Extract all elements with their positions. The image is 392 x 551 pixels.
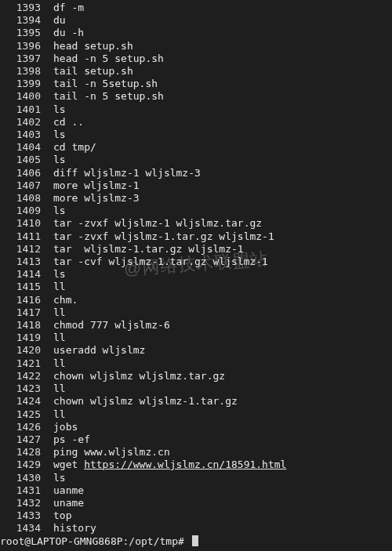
command-text: uanme: [42, 484, 84, 497]
history-line: 1432uname: [0, 497, 392, 509]
history-line: 1413tar -cvf wljslmz-1.tar.gz wljslmz-1: [0, 256, 392, 268]
command-text: tar -zvxf wljslmz-1.tar.gz wljslmz-1: [42, 230, 274, 243]
line-number: 1432: [0, 497, 42, 509]
line-number: 1418: [0, 319, 42, 332]
command-text: ls: [42, 129, 66, 141]
history-line: 1403ls: [0, 129, 392, 141]
history-line: 1407more wljslmz-1: [0, 179, 392, 192]
line-number: 1398: [0, 65, 42, 78]
history-line: 1410tar -zvxf wljslmz-1 wljslmz.tar.gz: [0, 217, 392, 230]
history-line: 1427ps -ef: [0, 433, 392, 446]
line-number: 1403: [0, 129, 42, 141]
prompt-line[interactable]: root@LAPTOP-GMNG868P:/opt/tmp#: [0, 535, 392, 548]
history-line: 1414ls: [0, 268, 392, 281]
line-number: 1416: [0, 294, 42, 306]
history-line: 1420useradd wljslmz: [0, 344, 392, 357]
command-text: ll: [42, 382, 66, 395]
prompt-text: root@LAPTOP-GMNG868P:/opt/tmp#: [0, 535, 191, 548]
history-line: 1393df -m: [0, 2, 392, 14]
history-line: 1431uanme: [0, 484, 392, 497]
history-line: 1404cd tmp/: [0, 141, 392, 154]
command-text: chown wljslmz wljslmz-1.tar.gz: [42, 395, 238, 408]
command-text: ll: [42, 306, 66, 319]
history-line: 1425ll: [0, 408, 392, 421]
line-number: 1420: [0, 344, 42, 357]
command-text: tar -zvxf wljslmz-1 wljslmz.tar.gz: [42, 217, 262, 230]
command-text: head -n 5 setup.sh: [42, 53, 164, 65]
line-number: 1399: [0, 78, 42, 90]
history-line: 1419ll: [0, 332, 392, 344]
history-line: 1433top: [0, 509, 392, 522]
command-text: more wljslmz-1: [42, 179, 140, 192]
history-line: 1428ping www.wljslmz.cn: [0, 446, 392, 459]
line-number: 1428: [0, 446, 42, 459]
history-line: 1418chmod 777 wljslmz-6: [0, 319, 392, 332]
line-number: 1409: [0, 205, 42, 217]
history-line: 1405ls: [0, 154, 392, 166]
command-text: tail -n 5setup.sh: [42, 78, 158, 90]
command-text: cd tmp/: [42, 141, 96, 154]
history-line: 1394du: [0, 14, 392, 27]
command-text: ll: [42, 281, 66, 293]
history-line: 1429wget https://www.wljslmz.cn/18591.ht…: [0, 459, 392, 471]
cursor: [192, 535, 198, 546]
line-number: 1394: [0, 14, 42, 27]
command-text: du: [42, 14, 66, 27]
line-number: 1433: [0, 509, 42, 522]
history-line: 1423ll: [0, 382, 392, 395]
line-number: 1430: [0, 472, 42, 484]
line-number: 1413: [0, 256, 42, 268]
history-line: 1422chown wljslmz wljslmz.tar.gz: [0, 370, 392, 382]
history-line: 1434history: [0, 522, 392, 535]
history-line: 1396head setup.sh: [0, 40, 392, 53]
command-text: wget https://www.wljslmz.cn/18591.html: [42, 459, 286, 471]
line-number: 1396: [0, 40, 42, 53]
command-text: chm.: [42, 294, 78, 306]
history-line: 1412tar wljslmz-1.tar.gz wljslmz-1: [0, 243, 392, 256]
history-line: 1402cd ..: [0, 116, 392, 129]
line-number: 1434: [0, 522, 42, 535]
command-text: tail setup.sh: [42, 65, 133, 78]
command-text: ls: [42, 205, 66, 217]
command-text: chmod 777 wljslmz-6: [42, 319, 170, 332]
line-number: 1414: [0, 268, 42, 281]
history-line: 1399tail -n 5setup.sh: [0, 78, 392, 90]
url-link[interactable]: https://www.wljslmz.cn/18591.html: [84, 459, 286, 470]
line-number: 1411: [0, 230, 42, 243]
history-line: 1430ls: [0, 472, 392, 484]
command-text: ps -ef: [42, 433, 90, 446]
line-number: 1401: [0, 103, 42, 116]
history-line: 1408more wljslmz-3: [0, 192, 392, 205]
command-text: df -m: [42, 2, 84, 14]
command-text: uname: [42, 497, 84, 509]
history-line: 1395du -h: [0, 27, 392, 39]
line-number: 1422: [0, 370, 42, 382]
command-text: ls: [42, 154, 66, 166]
command-text: ls: [42, 472, 66, 484]
line-number: 1412: [0, 243, 42, 256]
terminal-output[interactable]: 1393df -m1394du1395du -h1396head setup.s…: [0, 0, 392, 548]
command-text: head setup.sh: [42, 40, 133, 53]
command-text: top: [42, 509, 71, 522]
line-number: 1408: [0, 192, 42, 205]
line-number: 1417: [0, 306, 42, 319]
history-line: 1398tail setup.sh: [0, 65, 392, 78]
line-number: 1406: [0, 167, 42, 179]
command-text: ll: [42, 332, 66, 344]
command-text: cd ..: [42, 116, 84, 129]
command-text: du -h: [42, 27, 84, 39]
line-number: 1395: [0, 27, 42, 39]
command-text: diff wljslmz-1 wljslmz-3: [42, 167, 201, 179]
line-number: 1426: [0, 421, 42, 433]
history-line: 1401ls: [0, 103, 392, 116]
command-text: tail -n 5 setup.sh: [42, 90, 164, 103]
command-text: tar -cvf wljslmz-1.tar.gz wljslmz-1: [42, 256, 268, 268]
line-number: 1427: [0, 433, 42, 446]
command-text: ll: [42, 357, 66, 370]
history-line: 1400tail -n 5 setup.sh: [0, 90, 392, 103]
line-number: 1423: [0, 382, 42, 395]
line-number: 1424: [0, 395, 42, 408]
line-number: 1397: [0, 53, 42, 65]
command-text: ls: [42, 103, 66, 116]
command-text: chown wljslmz wljslmz.tar.gz: [42, 370, 225, 382]
